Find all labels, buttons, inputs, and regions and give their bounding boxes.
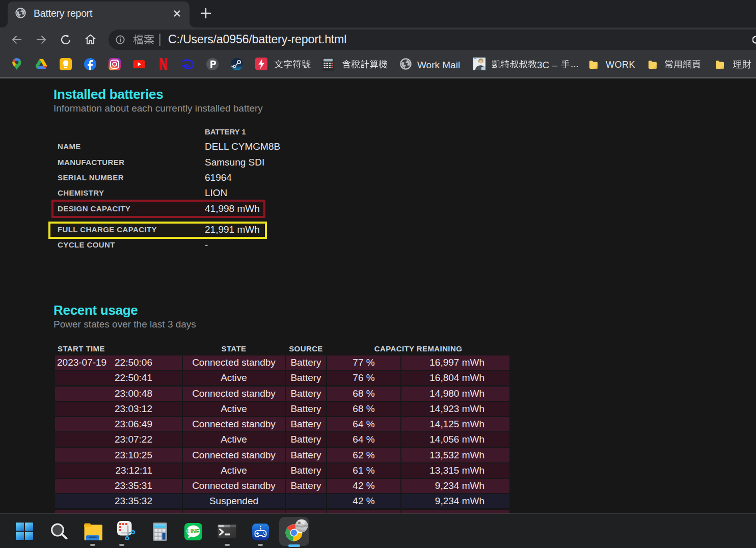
svg-text:LINE: LINE bbox=[187, 528, 200, 534]
